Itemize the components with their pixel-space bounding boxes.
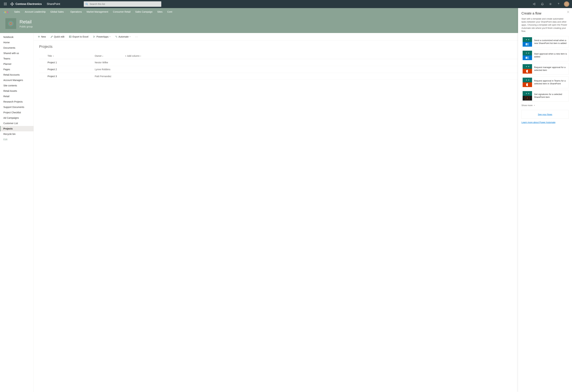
bell-icon[interactable]: [538, 0, 546, 8]
show-more-button[interactable]: Show more ▾: [522, 104, 569, 106]
flow-template-icons: s➜O: [523, 37, 532, 47]
left-nav-item[interactable]: Retail Assets: [0, 88, 33, 94]
see-your-flows-link[interactable]: See your flows: [538, 113, 552, 116]
hub-nav-item[interactable]: Market Management: [87, 10, 108, 13]
svg-rect-21: [4, 12, 4, 13]
table-row[interactable]: Project 1 Nestor Wilke: [39, 59, 567, 66]
cell-owner: Patti Fernandez: [95, 75, 125, 78]
flow-template-item[interactable]: s➜O Send a customized email when a new S…: [522, 36, 569, 48]
svg-rect-4: [5, 4, 6, 4]
svg-rect-38: [527, 43, 529, 46]
export-excel-button[interactable]: Export to Excel: [69, 35, 88, 38]
hub-nav-item[interactable]: Account Leadership: [25, 10, 46, 13]
left-nav-item[interactable]: Planner: [0, 61, 33, 67]
flow-template-label: Get signatures for a selected SharePoint…: [534, 93, 568, 99]
chevron-down-icon: ▾: [53, 55, 54, 57]
suite-header: Contoso Electronics SharePoint: [0, 0, 572, 8]
hub-nav-item[interactable]: Operations: [70, 10, 82, 13]
flow-template-item[interactable]: s➜ Request manager approval for a select…: [522, 63, 569, 75]
new-button[interactable]: New: [38, 35, 46, 38]
add-column-button[interactable]: + Add column ▾: [125, 55, 141, 57]
brand-name: Contoso Electronics: [16, 2, 42, 6]
search-box[interactable]: [84, 1, 161, 7]
search-input[interactable]: [90, 3, 159, 5]
chevron-down-icon: ▾: [110, 36, 111, 38]
flow-template-item[interactable]: s➜ Request approval in Teams for a selec…: [522, 76, 569, 88]
site-title: Retail: [19, 19, 33, 25]
quick-edit-button[interactable]: Quick edit: [50, 35, 64, 38]
more-commands-button[interactable]: ···: [135, 35, 138, 38]
hub-nav-item[interactable]: Global Sales▾: [50, 10, 65, 13]
svg-rect-3: [4, 4, 4, 4]
create-flow-panel: Create a flow Start with a template and …: [518, 8, 572, 392]
help-icon[interactable]: [555, 0, 563, 8]
app-name[interactable]: SharePoint: [47, 2, 60, 6]
left-nav-item[interactable]: Pages: [0, 67, 33, 72]
site-header: Retail Public group: [0, 15, 572, 33]
left-nav-item[interactable]: Shared with us: [0, 50, 33, 56]
left-nav-item[interactable]: Home: [0, 40, 33, 45]
left-nav-item[interactable]: Retail Accounts: [0, 72, 33, 77]
left-nav-item[interactable]: Ad Campaigns: [0, 115, 33, 121]
svg-rect-7: [5, 5, 6, 5]
hub-nav-item[interactable]: Consumer Retail: [113, 10, 130, 13]
svg-rect-6: [4, 5, 4, 5]
left-nav-item[interactable]: Documents: [0, 45, 33, 50]
flow-template-icons: s➜O: [523, 51, 532, 60]
powerapps-button[interactable]: PowerApps ▾: [93, 35, 111, 38]
svg-point-9: [12, 3, 13, 4]
svg-rect-41: [527, 56, 529, 59]
left-nav-item[interactable]: Customer List: [0, 121, 33, 126]
table-row[interactable]: Project 2 Lynne Robbins: [39, 66, 567, 73]
hub-nav-item[interactable]: Sales: [14, 10, 20, 13]
left-nav-item[interactable]: Projects: [0, 126, 33, 131]
left-nav-item[interactable]: Notebook: [0, 34, 33, 40]
list-table: Title ▾ Owner ▾ + Add column ▾ Project 1…: [39, 53, 567, 80]
left-nav-item[interactable]: Retail: [0, 94, 33, 99]
avatar[interactable]: [564, 1, 569, 7]
pencil-icon: [50, 35, 53, 38]
close-panel-button[interactable]: [567, 11, 569, 14]
panel-description: Start with a template and create automat…: [522, 17, 569, 33]
left-nav-item[interactable]: Teams: [0, 56, 33, 61]
left-nav-item[interactable]: Project Checklist: [0, 110, 33, 115]
column-header-owner[interactable]: Owner ▾: [95, 55, 125, 57]
learn-more-link[interactable]: Learn more about Power Automate: [522, 121, 556, 124]
left-nav-item[interactable]: Recycle bin: [0, 131, 33, 137]
svg-rect-0: [4, 3, 4, 3]
gear-icon[interactable]: [546, 0, 555, 8]
svg-point-18: [86, 3, 87, 4]
flow-template-icons: s➜: [523, 78, 532, 87]
left-nav-edit[interactable]: Edit: [0, 137, 33, 142]
cell-owner: Nestor Wilke: [95, 61, 125, 64]
flow-template-icons: s➜: [523, 64, 532, 74]
flow-template-item[interactable]: s➜O Start approval when a new item is ad…: [522, 49, 569, 61]
search-icon: [85, 3, 88, 5]
brand-logo[interactable]: Contoso Electronics: [10, 2, 42, 6]
left-nav-item[interactable]: Research Projects: [0, 99, 33, 105]
automate-button[interactable]: Automate ▾: [115, 35, 130, 38]
left-nav-item[interactable]: Support Documents: [0, 105, 33, 110]
svg-point-29: [8, 21, 13, 26]
flow-template-item[interactable]: s➜Jn Get signatures for a selected Share…: [522, 90, 569, 102]
table-row[interactable]: Project 3 Patti Fernandez: [39, 73, 567, 80]
chevron-down-icon: ▾: [102, 55, 103, 57]
excel-icon: [69, 35, 71, 38]
close-icon: [567, 11, 569, 13]
left-nav-item[interactable]: Account Managers: [0, 77, 33, 83]
hub-nav-item[interactable]: Sites: [157, 10, 162, 13]
hub-nav-item[interactable]: Sales Campaign: [135, 10, 153, 13]
nav-chart-icon[interactable]: [3, 10, 9, 14]
command-bar: New Quick edit Export to Excel PowerApps…: [34, 33, 572, 40]
left-nav-item[interactable]: Site contents: [0, 83, 33, 88]
svg-rect-25: [8, 12, 8, 13]
site-logo[interactable]: [5, 18, 16, 29]
chevron-down-icon: ▾: [65, 11, 65, 13]
svg-rect-22: [5, 11, 5, 13]
app-launcher-button[interactable]: [1, 0, 9, 8]
flow-template-icons: s➜Jn: [523, 91, 532, 101]
cell-title: Project 3: [48, 75, 95, 78]
hub-nav-item[interactable]: Cont: [167, 10, 172, 13]
column-header-title[interactable]: Title ▾: [48, 55, 95, 57]
megaphone-icon[interactable]: [530, 0, 538, 8]
